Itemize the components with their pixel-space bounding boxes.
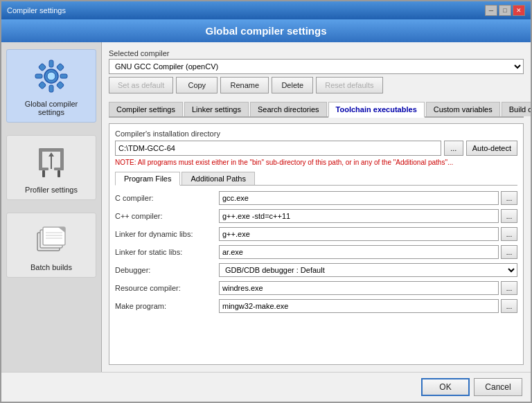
close-button[interactable]: ✕: [513, 5, 525, 16]
linker-dynamic-browse-button[interactable]: ...: [501, 227, 517, 241]
linker-static-label: Linker for static libs:: [115, 248, 219, 256]
install-dir-label: Compiler's installation directory: [115, 129, 517, 138]
svg-rect-11: [39, 148, 42, 170]
selected-compiler-label: Selected compiler: [109, 49, 524, 57]
compiler-select-row: GNU GCC Compiler (openCV): [109, 59, 524, 74]
c-compiler-input[interactable]: [219, 191, 499, 205]
make-program-label: Make program:: [115, 302, 219, 310]
tab-toolchain-executables[interactable]: Toolchain executables: [328, 102, 425, 118]
tab-search-directories[interactable]: Search directories: [250, 102, 327, 116]
tab-content-toolchain: Compiler's installation directory ... Au…: [109, 123, 524, 365]
reset-defaults-button[interactable]: Reset defaults: [316, 77, 382, 93]
svg-rect-4: [35, 74, 42, 78]
window-controls: ─ □ ✕: [485, 5, 525, 16]
install-dir-row: ... Auto-detect: [115, 141, 517, 156]
auto-detect-button[interactable]: Auto-detect: [466, 141, 517, 156]
copy-button[interactable]: Copy: [176, 77, 218, 93]
svg-rect-15: [42, 170, 45, 177]
sidebar: Global compiler settings: [1, 42, 102, 372]
sidebar-item-profiler[interactable]: Profiler settings: [6, 135, 96, 200]
linker-dynamic-input[interactable]: [219, 227, 499, 241]
svg-rect-3: [49, 85, 53, 92]
sidebar-item-global-compiler[interactable]: Global compiler settings: [6, 49, 96, 123]
set-default-button[interactable]: Set as default: [109, 77, 173, 93]
field-row-cpp-compiler: C++ compiler: ...: [115, 209, 517, 223]
tab-linker-settings[interactable]: Linker settings: [184, 102, 249, 116]
make-program-browse-button[interactable]: ...: [501, 299, 517, 313]
selected-compiler-section: Selected compiler GNU GCC Compiler (open…: [109, 49, 524, 93]
window-title: Compiler settings: [7, 6, 66, 15]
svg-rect-9: [56, 81, 64, 89]
batch-icon: [30, 219, 72, 260]
c-compiler-browse-button[interactable]: ...: [501, 191, 517, 205]
debugger-label: Debugger:: [115, 266, 219, 274]
tab-compiler-settings[interactable]: Compiler settings: [109, 102, 183, 116]
install-dir-section: Compiler's installation directory ... Au…: [115, 129, 517, 166]
resource-compiler-browse-button[interactable]: ...: [501, 281, 517, 295]
svg-rect-13: [39, 168, 48, 170]
tab-build-options[interactable]: Build options: [502, 102, 531, 116]
sidebar-profiler-label: Profiler settings: [25, 186, 78, 194]
inner-tab-additional-paths[interactable]: Additional Paths: [181, 172, 255, 185]
cpp-compiler-browse-button[interactable]: ...: [501, 209, 517, 223]
svg-point-1: [47, 72, 55, 80]
compiler-select[interactable]: GNU GCC Compiler (openCV): [109, 59, 524, 74]
tab-custom-variables[interactable]: Custom variables: [426, 102, 500, 116]
c-compiler-label: C compiler:: [115, 194, 219, 202]
field-row-make-program: Make program: ...: [115, 299, 517, 313]
rename-button[interactable]: Rename: [220, 77, 269, 93]
field-row-debugger: Debugger: GDB/CDB debugger : Default: [115, 263, 517, 277]
linker-static-browse-button[interactable]: ...: [501, 245, 517, 259]
sidebar-batch-label: Batch builds: [30, 263, 72, 271]
svg-rect-16: [57, 170, 60, 177]
inner-tab-program-files[interactable]: Program Files: [115, 172, 180, 186]
fields-container: C compiler: ... C++ compiler: ... Linker…: [115, 191, 517, 313]
svg-marker-18: [48, 152, 54, 156]
make-program-input[interactable]: [219, 299, 499, 313]
linker-dynamic-label: Linker for dynamic libs:: [115, 230, 219, 238]
cpp-compiler-label: C++ compiler:: [115, 212, 219, 220]
svg-rect-7: [56, 63, 64, 71]
svg-rect-8: [38, 81, 46, 89]
cancel-button[interactable]: Cancel: [474, 378, 522, 396]
sidebar-global-label: Global compiler settings: [12, 100, 90, 116]
debugger-select[interactable]: GDB/CDB debugger : Default: [219, 263, 517, 277]
title-bar: Compiler settings ─ □ ✕: [1, 1, 531, 19]
svg-rect-10: [39, 148, 64, 152]
svg-rect-5: [60, 74, 67, 78]
delete-button[interactable]: Delete: [272, 77, 313, 93]
field-row-linker-static: Linker for static libs: ...: [115, 245, 517, 259]
minimize-button[interactable]: ─: [485, 5, 497, 16]
ok-button[interactable]: OK: [421, 378, 470, 396]
sidebar-item-batch[interactable]: Batch builds: [6, 213, 96, 278]
resource-compiler-label: Resource compiler:: [115, 284, 219, 292]
install-dir-note: NOTE: All programs must exist either in …: [115, 159, 517, 166]
maximize-button[interactable]: □: [499, 5, 511, 16]
content-area: Global compiler settings: [1, 42, 531, 372]
field-row-c-compiler: C compiler: ...: [115, 191, 517, 205]
svg-rect-6: [38, 63, 46, 71]
inner-tabs-row: Program Files Additional Paths: [115, 172, 517, 186]
resource-compiler-input[interactable]: [219, 281, 499, 295]
field-row-resource-compiler: Resource compiler: ...: [115, 281, 517, 295]
install-dir-input[interactable]: [115, 141, 441, 156]
compiler-buttons: Set as default Copy Rename Delete Reset …: [109, 77, 524, 93]
linker-static-input[interactable]: [219, 245, 499, 259]
browse-install-dir-button[interactable]: ...: [444, 141, 463, 156]
main-window: Compiler settings ─ □ ✕ Global compiler …: [0, 0, 532, 403]
svg-rect-2: [49, 60, 53, 67]
profiler-icon: [30, 141, 72, 183]
bottom-bar: OK Cancel: [1, 372, 531, 402]
svg-rect-12: [60, 148, 64, 170]
dialog-title: Global compiler settings: [1, 19, 531, 42]
gear-icon: [30, 55, 72, 97]
main-panel: Selected compiler GNU GCC Compiler (open…: [102, 42, 531, 372]
cpp-compiler-input[interactable]: [219, 209, 499, 223]
field-row-linker-dynamic: Linker for dynamic libs: ...: [115, 227, 517, 241]
tabs-row: Compiler settings Linker settings Search…: [109, 102, 524, 118]
svg-rect-14: [54, 168, 64, 170]
